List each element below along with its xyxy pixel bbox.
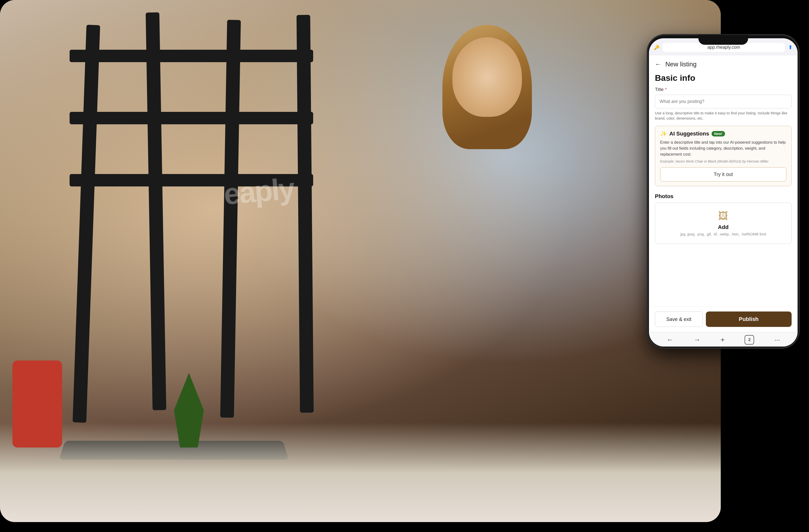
app-header: ← New listing bbox=[649, 55, 797, 71]
ai-suggestions-header: ✨ AI Suggestions New! bbox=[660, 131, 786, 137]
title-field-hint: Use a long, descriptive title to make it… bbox=[655, 110, 792, 121]
bottom-actions: Save & exit Publish bbox=[649, 306, 797, 332]
lock-icon: 🔑 bbox=[654, 45, 659, 50]
title-input[interactable] bbox=[655, 95, 792, 108]
plant-decoration bbox=[174, 373, 204, 447]
phone-notch bbox=[699, 35, 748, 45]
upload-label: Add bbox=[718, 224, 729, 230]
nav-tabs-button[interactable]: 2 bbox=[745, 335, 754, 345]
person-face bbox=[452, 37, 522, 117]
nav-back-button[interactable]: ← bbox=[666, 336, 673, 344]
back-button[interactable]: ← bbox=[655, 61, 661, 68]
ai-suggestions-title: AI Suggestions bbox=[669, 131, 709, 137]
photos-upload-area[interactable]: 🖼 Add jpg, jpeg, .png, .gif, .tif, .webp… bbox=[655, 203, 792, 244]
chair-bar bbox=[296, 15, 314, 413]
background-chair bbox=[13, 360, 62, 447]
section-title: Basic info bbox=[649, 71, 797, 87]
phone-mockup: 🔑 app.rheaply.com ⬆ ← New listing Basic … bbox=[648, 35, 799, 348]
try-it-out-button[interactable]: Try it out bbox=[660, 167, 786, 182]
shirt-text: eaply bbox=[222, 171, 295, 211]
ai-suggestions-box: ✨ AI Suggestions New! Enter a descriptiv… bbox=[655, 126, 792, 186]
title-field-section: Title * Use a long, descriptive title to… bbox=[649, 87, 797, 121]
share-icon[interactable]: ⬆ bbox=[788, 44, 793, 51]
photos-section: Photos 🖼 Add jpg, jpeg, .png, .gif, .tif… bbox=[649, 193, 797, 244]
nav-more-button[interactable]: ··· bbox=[774, 336, 780, 344]
table-surface bbox=[0, 423, 721, 522]
nav-add-button[interactable]: + bbox=[721, 336, 724, 344]
page-title: New listing bbox=[665, 61, 697, 68]
app-content: ← New listing Basic info Title * Use a l… bbox=[649, 55, 797, 332]
publish-button[interactable]: Publish bbox=[706, 311, 792, 327]
save-exit-button[interactable]: Save & exit bbox=[655, 311, 703, 327]
phone-screen: 🔑 app.rheaply.com ⬆ ← New listing Basic … bbox=[649, 38, 797, 346]
chair-bar-horizontal bbox=[70, 50, 313, 62]
upload-icon: 🖼 bbox=[718, 210, 728, 222]
title-field-label: Title * bbox=[655, 87, 792, 92]
background-photo: eaply bbox=[0, 0, 721, 522]
chair-bar bbox=[73, 25, 100, 423]
upload-hint: jpg, jpeg, .png, .gif, .tif, .webp, .hei… bbox=[680, 232, 766, 236]
chair-bar-horizontal bbox=[70, 112, 313, 124]
chair-bar bbox=[220, 20, 241, 418]
ai-suggestions-example: Example: Aeron Work Chair in Black (Mode… bbox=[660, 159, 786, 163]
phone-nav-bar: ← → + 2 ··· bbox=[649, 332, 797, 346]
ai-sparkle-icon: ✨ bbox=[660, 131, 667, 137]
nav-forward-button[interactable]: → bbox=[693, 336, 700, 344]
chair-bar bbox=[145, 13, 166, 410]
ai-suggestions-description: Enter a descriptive title and tap into o… bbox=[660, 139, 786, 157]
new-badge: New! bbox=[711, 131, 725, 136]
photos-label: Photos bbox=[655, 193, 792, 200]
